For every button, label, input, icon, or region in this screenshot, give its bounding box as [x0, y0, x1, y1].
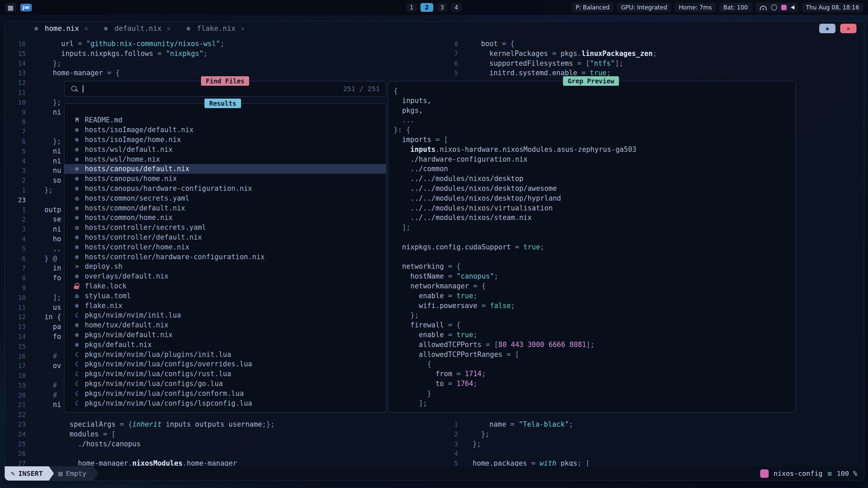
file-row[interactable]: ❄hosts/canopus/home.nix: [64, 174, 386, 184]
file-row[interactable]: ❄hosts/canopus/hardware-configuration.ni…: [64, 184, 386, 194]
workspace-button-3[interactable]: 3: [437, 3, 448, 12]
line-number: 11: [5, 303, 26, 312]
file-row[interactable]: ❄hosts/wsl/home.nix: [64, 154, 386, 164]
app-launcher-button[interactable]: ▦: [5, 3, 16, 12]
file-row[interactable]: ❄home/tux/default.nix: [64, 320, 386, 330]
nix-icon: ❄: [184, 25, 193, 32]
tab-label: flake.nix: [197, 24, 236, 33]
file-row[interactable]: ❄hosts/isoImage/home.nix: [64, 135, 386, 145]
file-path: pkgs/nvim/nvim/lua/configs/go.lua: [85, 380, 223, 388]
status-chip: GPU: Integrated: [617, 3, 671, 12]
code-line: 27 home-manager.nixosModules.home-manage…: [5, 459, 443, 466]
file-path: hosts/wsl/home.nix: [85, 155, 160, 163]
code-text: ../../modules/nixos/virtualisation: [394, 204, 553, 212]
nix-file-icon: ❄: [73, 175, 81, 182]
preview-window: { inputs, pkgs, ...}: { imports = [ inpu…: [388, 81, 796, 412]
code-text: [26, 88, 44, 98]
file-row[interactable]: ❄hosts/controller/home.nix: [64, 242, 386, 252]
file-row[interactable]: ☾pkgs/nvim/nvim/lua/plugins/init.lua: [64, 349, 386, 359]
results-window: MREADME.md❄hosts/isoImage/default.nix❄ho…: [64, 103, 386, 412]
yaml-file-icon: ⚙: [73, 224, 81, 231]
code-text: fo: [26, 273, 61, 283]
toml-file-icon: ⚙: [73, 292, 81, 300]
code-text: };: [26, 137, 61, 146]
file-row[interactable]: ❄hosts/controller/default.nix: [64, 232, 386, 242]
code-text: ];: [394, 399, 427, 407]
code-line: nixpkgs.config.cudaSupport = true;: [394, 242, 795, 252]
file-row[interactable]: ❄hosts/isoImage/default.nix: [64, 125, 386, 135]
code-text: fo: [26, 332, 61, 342]
code-text: ov: [26, 361, 61, 371]
file-row[interactable]: ❄hosts/controller/hardware-configuration…: [64, 252, 386, 262]
code-text: pa: [26, 322, 61, 332]
file-row[interactable]: ⚙stylua.toml: [64, 291, 386, 301]
window-controls: ◉ ✕: [819, 24, 856, 33]
file-row[interactable]: flake.lock: [64, 281, 386, 291]
file-row[interactable]: ⚙hosts/common/secrets.yaml: [64, 193, 386, 203]
file-row[interactable]: ☾pkgs/nvim/nvim/init.lua: [64, 310, 386, 320]
file-path: hosts/controller/hardware-configuration.…: [85, 253, 265, 261]
workspace-button-1[interactable]: 1: [406, 3, 417, 12]
preview-code: { inputs, pkgs, ...}: { imports = [ inpu…: [388, 81, 795, 408]
line-number: 3: [5, 224, 26, 234]
workspace-button-4[interactable]: 4: [451, 3, 462, 12]
tab-close-icon[interactable]: ✕: [167, 25, 170, 32]
file-row[interactable]: ☾pkgs/nvim/nvim/lua/configs/overrides.lu…: [64, 359, 386, 369]
file-row[interactable]: ❄hosts/wsl/default.nix: [64, 144, 386, 154]
file-row[interactable]: >deploy.sh: [64, 262, 386, 271]
line-number: 13: [5, 322, 26, 332]
workspace-button-2[interactable]: 2: [420, 3, 433, 12]
code-text: ./hardware-configuration.nix: [394, 155, 528, 163]
file-path: overlays/default.nix: [85, 272, 169, 280]
file-row[interactable]: ☾pkgs/nvim/nvim/lua/configs/go.lua: [64, 379, 386, 389]
file-row[interactable]: ☾pkgs/nvim/nvim/lua/configs/rust.lua: [64, 369, 386, 379]
line-number: 6: [5, 137, 26, 146]
line-number: 11: [5, 88, 26, 98]
clock: Thu Aug 08, 18:16: [802, 3, 863, 12]
file-row[interactable]: ❄overlays/default.nix: [64, 271, 386, 281]
code-line: 2 };: [443, 429, 864, 439]
search-icon: [71, 85, 78, 93]
file-row[interactable]: ❄pkgs/default.nix: [64, 340, 386, 349]
project-icon: [760, 469, 769, 478]
file-row[interactable]: ❄hosts/canopus/default.nix: [64, 164, 386, 174]
line-number: 5: [5, 146, 26, 156]
line-number: 20: [5, 390, 26, 400]
line-number: 4: [5, 234, 26, 244]
system-tray[interactable]: [755, 3, 798, 12]
code-text: in {: [26, 312, 61, 322]
nix-file-icon: ❄: [73, 214, 81, 221]
file-row[interactable]: ❄pkgs/nvim/default.nix: [64, 330, 386, 340]
tab-default.nix[interactable]: ❄default.nix✕: [101, 24, 170, 33]
tab-close-icon[interactable]: ✕: [84, 25, 88, 32]
code-text: }: {: [394, 126, 410, 134]
file-row[interactable]: ⚙hosts/controller/secrets.yaml: [64, 223, 386, 232]
tab-close-icon[interactable]: ✕: [241, 25, 244, 32]
layout-toggle-button[interactable]: ◉: [819, 24, 835, 33]
file-row[interactable]: ❄hosts/common/default.nix: [64, 203, 386, 213]
tab-label: default.nix: [114, 24, 161, 33]
tab-flake.nix[interactable]: ❄flake.nix✕: [184, 24, 244, 33]
file-row[interactable]: ☾pkgs/nvim/nvim/lua/configs/conform.lua: [64, 388, 386, 398]
file-list: MREADME.md❄hosts/isoImage/default.nix❄ho…: [64, 104, 386, 408]
file-row[interactable]: MREADME.md: [64, 115, 386, 125]
line-number: 8: [5, 117, 26, 127]
code-text: inputs.nixos-hardware.nixosModules.asus-…: [394, 145, 636, 154]
file-row[interactable]: ☾pkgs/nvim/nvim/lua/configs/lspconfig.lu…: [64, 398, 386, 408]
tab-home.nix[interactable]: ❄home.nix✕: [32, 24, 88, 33]
lock-file-icon: [73, 282, 81, 290]
line-number: 6: [5, 254, 26, 264]
code-text: };: [458, 439, 481, 449]
line-number: 5: [5, 244, 26, 254]
code-text: ...: [394, 116, 415, 124]
code-text: ];: [394, 223, 410, 231]
code-line: firewall = {: [394, 320, 795, 330]
statusline-right: nixos-config ≡ 100 %: [760, 469, 864, 478]
line-number: 27: [5, 459, 26, 466]
file-row[interactable]: ❄hosts/common/home.nix: [64, 213, 386, 223]
file-row[interactable]: ❄flake.nix: [64, 301, 386, 310]
line-number: 2: [5, 176, 26, 185]
code-line: 8 boot = {: [443, 39, 864, 49]
window-close-button[interactable]: ✕: [840, 24, 856, 33]
lines-icon: ≡: [827, 469, 832, 478]
